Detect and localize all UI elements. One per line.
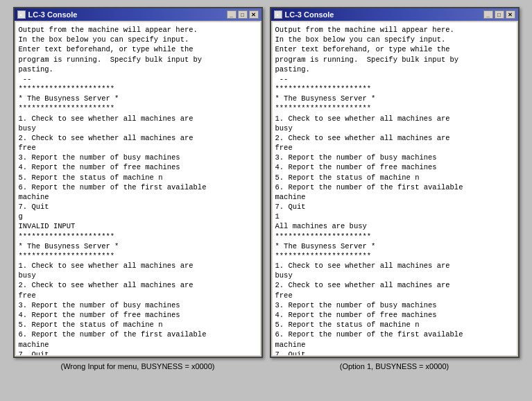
console-icon-0: ▪ [17,10,26,19]
left-console: ▪LC-3 Console_□✕Output from the machine … [13,7,263,358]
right-console: ▪LC-3 Console_□✕Output from the machine … [270,7,520,358]
minimize-button-1[interactable]: _ [483,10,493,19]
close-button-0[interactable]: ✕ [249,10,259,19]
window-controls-0: _□✕ [227,10,259,19]
title-bar-title-0: ▪LC-3 Console [17,10,78,19]
console-output-1[interactable]: Output from the machine will appear here… [273,22,517,355]
console-icon-1: ▪ [274,10,282,19]
caption-1: (Option 1, BUSYNESS = x0000) [270,362,520,370]
maximize-button-0[interactable]: □ [238,10,248,19]
console-output-0[interactable]: Output from the machine will appear here… [16,22,260,355]
maximize-button-1[interactable]: □ [495,10,504,19]
window-controls-1: _□✕ [483,10,515,19]
consoles-container: ▪LC-3 Console_□✕Output from the machine … [7,7,525,358]
window-title-1: LC-3 Console [285,10,334,19]
title-bar-title-1: ▪LC-3 Console [274,10,334,19]
title-bar-0: ▪LC-3 Console_□✕ [15,8,261,21]
captions-container: (Wrong Input for menu, BUSYNESS = x0000)… [7,362,525,370]
minimize-button-0[interactable]: _ [227,10,237,19]
title-bar-1: ▪LC-3 Console_□✕ [271,8,518,21]
close-button-1[interactable]: ✕ [506,10,515,19]
caption-0: (Wrong Input for menu, BUSYNESS = x0000) [13,362,263,370]
window-title-0: LC-3 Console [28,10,78,19]
